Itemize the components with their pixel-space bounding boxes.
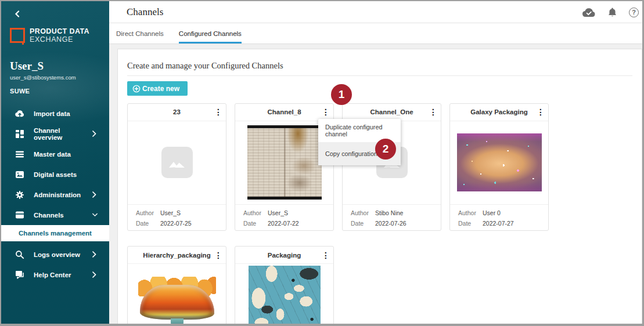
sidebar-item-help-center[interactable]: Help Center — [1, 265, 109, 285]
sidebar: PRODUCT DATA EXCHANGE User_S user_s@stib… — [1, 1, 109, 324]
logo-line2: EXCHANGE — [30, 35, 89, 44]
help-icon[interactable]: ? — [629, 8, 639, 17]
image-icon — [15, 170, 24, 179]
glass-bowl-artwork-thumbnail — [134, 269, 221, 324]
author-value: User_S — [268, 209, 288, 216]
tab-direct-channels[interactable]: Direct Channels — [116, 23, 164, 44]
sidebar-item-import-data[interactable]: Import data — [1, 103, 109, 124]
author-label: Author — [136, 209, 160, 216]
kebab-menu-icon[interactable]: ⋮ — [213, 104, 224, 121]
sidebar-nav: Import data Channel overview Master data… — [1, 103, 109, 241]
tab-label: Configured Channels — [179, 30, 242, 37]
annotation-badge-2: 2 — [375, 139, 396, 160]
tab-configured-channels[interactable]: Configured Channels — [179, 23, 242, 44]
sidebar-item-label: Logs overview — [34, 251, 83, 258]
channel-card-packaging[interactable]: Packaging ⋮ — [235, 246, 334, 324]
card-title: Packaging — [268, 252, 301, 259]
page-title: Channels — [127, 1, 163, 23]
sidebar-item-logs-overview[interactable]: Logs overview — [1, 244, 109, 265]
create-new-label: Create new — [142, 85, 179, 93]
card-thumbnail — [450, 121, 548, 205]
sidebar-item-label: Help Center — [34, 271, 83, 278]
channel-card-23[interactable]: 23 ⋮ AuthorUser_S Date2022-07-25 — [127, 103, 226, 231]
user-organization: SUWE — [10, 88, 30, 95]
collapse-sidebar-button[interactable] — [14, 9, 24, 20]
author-label: Author — [351, 209, 375, 216]
cloud-sync-icon[interactable] — [582, 8, 596, 17]
author-value: Stibo Nine — [375, 209, 403, 216]
sidebar-item-channel-overview[interactable]: Channel overview — [1, 124, 109, 144]
sidebar-item-channels-management[interactable]: Channels management — [1, 225, 109, 241]
kebab-menu-icon[interactable]: ⋮ — [535, 104, 546, 121]
divider — [127, 75, 632, 76]
channel-card-galaxy-packaging[interactable]: Galaxy Packaging ⋮ AuthorUser 0 Date2022… — [449, 103, 549, 231]
sidebar-item-label: Import data — [34, 110, 98, 117]
grid-icon — [15, 129, 24, 139]
image-placeholder-icon — [161, 147, 193, 178]
notifications-icon[interactable] — [608, 7, 617, 17]
abstract-pattern-artwork-thumbnail — [249, 266, 321, 324]
galaxy-artwork-thumbnail — [457, 133, 542, 191]
sidebar-item-label: Master data — [34, 151, 98, 158]
author-value: User 0 — [483, 209, 501, 216]
tab-bar: Direct Channels Configured Channels — [109, 23, 642, 44]
search-icon — [15, 250, 24, 259]
logo-square-icon — [10, 28, 25, 43]
list-icon — [15, 150, 24, 159]
kebab-menu-icon[interactable]: ⋮ — [321, 247, 331, 263]
sidebar-nav-bottom: Logs overview Help Center — [1, 244, 109, 285]
chevron-left-icon — [14, 9, 21, 19]
date-value: 2022-07-25 — [160, 220, 192, 227]
annotation-badge-1: 1 — [331, 84, 352, 105]
sidebar-item-label: Channels — [34, 212, 83, 219]
manuscript-artwork-thumbnail — [247, 125, 322, 200]
card-thumbnail — [235, 264, 333, 324]
card-thumbnail — [128, 264, 226, 324]
sidebar-subitem-label: Channels management — [19, 230, 92, 237]
chevron-right-icon — [92, 131, 98, 137]
card-title: Galaxy Packaging — [470, 108, 527, 115]
date-label: Date — [351, 220, 375, 227]
card-title: Channel_One — [370, 108, 413, 115]
sidebar-item-label: Administration — [34, 191, 83, 198]
main-content: Create and manage your Configured Channe… — [109, 44, 642, 324]
product-data-exchange-logo: PRODUCT DATA EXCHANGE — [10, 27, 89, 44]
cloud-upload-icon — [15, 109, 24, 118]
sidebar-item-channels[interactable]: Channels — [1, 205, 109, 225]
date-value: 2022-07-22 — [268, 220, 299, 227]
card-thumbnail — [128, 121, 226, 205]
logo-line1: PRODUCT DATA — [30, 27, 89, 35]
chevron-right-icon — [92, 272, 98, 278]
plus-circle-icon — [132, 85, 141, 93]
date-label: Date — [458, 220, 483, 227]
kebab-menu-icon[interactable]: ⋮ — [321, 104, 331, 121]
date-value: 2022-07-26 — [375, 220, 406, 227]
sidebar-item-label: Channel overview — [34, 127, 83, 141]
user-email: user_s@stibosystems.com — [10, 74, 76, 81]
tab-label: Direct Channels — [116, 30, 164, 37]
kebab-menu-icon[interactable]: ⋮ — [428, 104, 438, 121]
sidebar-item-digital-assets[interactable]: Digital assets — [1, 164, 109, 184]
card-title: Channel_8 — [267, 108, 301, 115]
top-bar: Channels ? — [109, 1, 642, 23]
chat-icon — [15, 270, 24, 280]
chevron-right-icon — [92, 252, 98, 258]
card-title: 23 — [173, 108, 181, 115]
sidebar-item-administration[interactable]: Administration — [1, 184, 109, 205]
channels-icon — [15, 211, 24, 220]
create-new-button[interactable]: Create new — [127, 81, 188, 96]
configured-channels-panel: Create and manage your Configured Channe… — [117, 49, 642, 324]
gear-icon — [15, 190, 24, 200]
channel-card-hierarchy-packaging[interactable]: Hierarchy_packaging ⋮ — [127, 246, 226, 324]
author-value: User_S — [160, 209, 181, 216]
panel-heading: Create and manage your Configured Channe… — [127, 61, 283, 71]
user-name: User_S — [10, 60, 44, 73]
date-label: Date — [243, 220, 268, 227]
sidebar-item-master-data[interactable]: Master data — [1, 144, 109, 164]
cards-row-2: Hierarchy_packaging ⋮ Packaging ⋮ — [127, 246, 334, 324]
sidebar-item-label: Digital assets — [34, 171, 98, 178]
kebab-menu-icon[interactable]: ⋮ — [213, 247, 224, 263]
date-value: 2022-07-27 — [483, 220, 514, 227]
card-title: Hierarchy_packaging — [143, 252, 210, 259]
author-label: Author — [458, 209, 483, 216]
